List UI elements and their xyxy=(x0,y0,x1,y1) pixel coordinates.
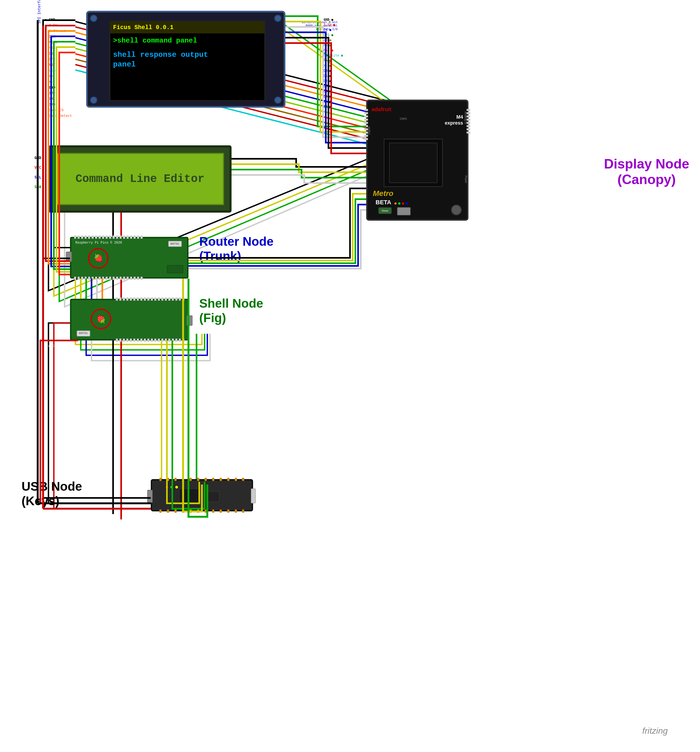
pin-miso: ● MISO xyxy=(45,40,72,44)
metro-pin-r1 xyxy=(467,109,470,111)
bootsel-label-shell: BOOTSEL xyxy=(79,332,88,335)
metro-usb-port xyxy=(397,207,411,215)
metro-m4-board: adafruit M4express Digital Analog In Met… xyxy=(366,99,468,221)
tft-title-bar: Ficus Shell 0.0.1 xyxy=(110,22,264,33)
metro-digital-label: Digital xyxy=(367,126,370,135)
metro-leds xyxy=(394,202,408,205)
pico-router-usb xyxy=(66,252,72,262)
led-on xyxy=(394,202,397,205)
usb-node-line1: USB Node xyxy=(22,479,82,494)
usb-node-chip xyxy=(179,488,201,505)
pico-shell-board: BOOTSEL 🍓 xyxy=(70,299,188,340)
lcd-text: Command Line Editor xyxy=(76,172,205,185)
pico-shell-bootsel[interactable]: BOOTSEL xyxy=(77,331,90,336)
usb-led-2 xyxy=(170,486,173,488)
usb-node-pins-bottom xyxy=(157,510,246,513)
pico-shell-pins-bottom xyxy=(74,297,184,301)
pin-gnd: ● GND xyxy=(45,18,72,22)
display-node-line1: Display Node xyxy=(604,156,689,172)
pin-dc: ● D/C xyxy=(45,57,72,61)
mount-hole-br xyxy=(274,96,282,104)
metro-pin-l9 xyxy=(364,135,368,137)
pin-im2: ● IM2 xyxy=(45,91,72,95)
pin-im1: ● IM1 xyxy=(45,97,72,101)
pin-3v3out: ● 3.3V out xyxy=(45,29,72,33)
pin-gnd2: ● GND xyxy=(45,85,72,90)
metro-adafruit-label: adafruit xyxy=(372,106,391,112)
mount-hole-tl xyxy=(90,14,98,22)
mount-hole-bl xyxy=(90,96,98,104)
bootsel-label-router: BOOTSEL xyxy=(170,243,180,245)
lcd-pin-scl: SCL xyxy=(34,175,41,179)
metro-pin-l3 xyxy=(364,115,368,117)
pico-router-brand: Raspberry Pi Pico © 2020 xyxy=(75,241,122,245)
metro-chip-inner xyxy=(389,143,437,183)
spi-interface-label: SPI Interface xyxy=(37,0,41,24)
tft-title-text: Ficus Shell 0.0.1 xyxy=(113,24,173,31)
tft-pins-left: ● GND ● 3-5V ● 3.3V out ● CLK ● MISO ● M… xyxy=(45,18,72,118)
metro-pin-l10 xyxy=(364,138,368,140)
pin-yplus: ● Y+ xyxy=(45,74,72,78)
metro-m4-label: M4express xyxy=(445,114,463,126)
svg-text:🍓: 🍓 xyxy=(96,315,106,324)
tft-cmd-line: >shell command panel xyxy=(110,35,264,46)
wiring-diagram xyxy=(0,0,700,752)
pin-mosi: ● MOSI xyxy=(45,46,72,50)
shell-node-line1: Shell Node xyxy=(199,296,263,311)
main-wires-svg xyxy=(0,0,700,752)
diagram-container: Ficus Shell 0.0.1 >shell command panel s… xyxy=(0,0,700,752)
usb-node-pins-top xyxy=(157,478,246,481)
usb-node-label: USB Node (Keys) xyxy=(22,479,82,508)
lcd-pins-left: GND VCC SCL SDA xyxy=(34,155,41,189)
tft-screen: Ficus Shell 0.0.1 >shell command panel s… xyxy=(109,20,266,101)
router-node-line1: Router Node xyxy=(199,234,274,249)
pin-im0: ● IM0 xyxy=(45,103,72,107)
pin-cs: ● CS xyxy=(45,52,72,56)
led-l xyxy=(406,202,408,205)
metro-pins-left xyxy=(364,109,368,140)
pin-clk: ● CLK xyxy=(45,35,72,39)
router-node-label: Router Node (Trunk) xyxy=(199,234,274,263)
usb-node-leds xyxy=(166,486,178,488)
usb-led-1 xyxy=(166,486,168,488)
pico-router-logo: 🍓 xyxy=(87,248,109,269)
mount-hole-tr xyxy=(274,14,282,22)
metro-logo-text: Metro xyxy=(373,189,394,198)
metro-pin-r8 xyxy=(467,132,470,134)
metro-reset-button[interactable]: Reset xyxy=(378,207,392,214)
pin-rst: ● RST xyxy=(45,63,72,67)
metro-dc-jack xyxy=(451,205,462,215)
display-node-line2: (Canopy) xyxy=(604,172,689,187)
metro-pin-l2 xyxy=(364,112,368,114)
pin-card-cs: ● Card CS xyxy=(45,108,72,112)
router-node-line2: (Trunk) xyxy=(199,249,274,263)
shell-node-label: Shell Node (Fig) xyxy=(199,296,263,325)
usb-node-line2: (Keys) xyxy=(22,494,82,508)
tft-response-text: shell response output panel xyxy=(110,48,211,71)
tft-display: Ficus Shell 0.0.1 >shell command panel s… xyxy=(86,11,285,108)
p xyxy=(74,236,76,239)
svg-text:🍓: 🍓 xyxy=(94,253,103,263)
metro-power-label: Power xyxy=(464,176,467,183)
shell-node-line2: (Fig) xyxy=(199,311,263,325)
pin-3v5: ● 3-5V xyxy=(45,23,72,28)
pico-router-debug xyxy=(167,265,183,273)
usb-node-chip2 xyxy=(206,491,219,502)
pico-shell-logo: 🍓 xyxy=(90,308,112,330)
tft-pins-right: GND ● 3-5V ● CS ● C/S ● WR ● RD ● RST ● … xyxy=(324,18,343,109)
tft-right-label: Bi-directional 8-bit 8080-type parallel … xyxy=(286,20,338,31)
pico-shell-usb xyxy=(187,315,193,326)
metro-beta-label: BETA xyxy=(376,199,391,206)
pico-shell-pins-top xyxy=(74,339,184,342)
fritzing-label: fritzing xyxy=(642,726,668,736)
usb-node-board xyxy=(151,479,253,511)
metro-pin-l1 xyxy=(364,109,368,111)
usb-node-usb-port xyxy=(147,490,152,503)
usb-node-jst xyxy=(251,488,256,503)
pin-yminus: ● Y- xyxy=(45,80,72,84)
led-tx xyxy=(398,202,400,205)
pico-shell-brand-label: Raspberry Pi Pico © 2020 xyxy=(29,343,75,347)
metro-gws-label: GWS xyxy=(400,117,407,120)
pico-router-bootsel[interactable]: BOOTSEL xyxy=(168,241,182,247)
pin-card-detect: ● Card Detect xyxy=(45,114,72,118)
